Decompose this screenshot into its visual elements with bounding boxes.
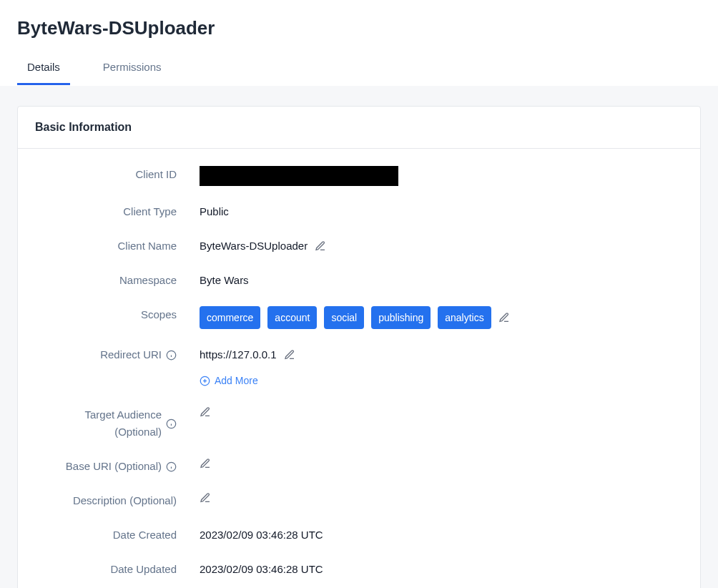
label-base-uri: Base URI (Optional) bbox=[35, 458, 200, 475]
pencil-icon[interactable] bbox=[200, 406, 211, 418]
label-date-updated: Date Updated bbox=[35, 561, 200, 578]
label-target-audience: Target Audience (Optional) bbox=[35, 406, 200, 441]
label-redirect-uri: Redirect URI bbox=[35, 346, 200, 363]
value-client-name: ByteWars-DSUploader bbox=[200, 237, 308, 255]
scope-tag: analytics bbox=[438, 306, 491, 329]
scope-tag: account bbox=[267, 306, 317, 329]
row-client-name: Client Name ByteWars-DSUploader bbox=[35, 237, 683, 255]
info-icon[interactable] bbox=[166, 461, 177, 472]
scope-tag: publishing bbox=[371, 306, 431, 329]
row-scopes: Scopes commerceaccountsocialpublishingan… bbox=[35, 306, 683, 329]
label-description: Description (Optional) bbox=[35, 492, 200, 509]
tab-permissions[interactable]: Permissions bbox=[93, 51, 172, 85]
page-title: ByteWars-DSUploader bbox=[0, 0, 718, 51]
info-icon[interactable] bbox=[166, 350, 177, 361]
add-more-button[interactable]: Add More bbox=[200, 372, 258, 389]
label-client-type: Client Type bbox=[35, 203, 200, 220]
scope-tag: social bbox=[324, 306, 364, 329]
row-date-updated: Date Updated 2023/02/09 03:46:28 UTC bbox=[35, 561, 683, 578]
value-client-type: Public bbox=[200, 203, 229, 220]
tab-details[interactable]: Details bbox=[17, 51, 70, 85]
card-body: Client ID Client Type Public Client Name… bbox=[18, 149, 700, 588]
plus-circle-icon bbox=[200, 376, 210, 386]
value-redirect-uri: https://127.0.0.1 bbox=[200, 346, 277, 363]
pencil-icon[interactable] bbox=[498, 312, 510, 323]
tabs: Details Permissions bbox=[0, 51, 718, 86]
card-basic-info: Basic Information Client ID Client Type … bbox=[17, 106, 701, 588]
label-client-id: Client ID bbox=[35, 166, 200, 183]
row-client-id: Client ID bbox=[35, 166, 683, 186]
row-redirect-uri: Redirect URI https://127.0.0.1 Add More bbox=[35, 346, 683, 389]
value-date-created: 2023/02/09 03:46:28 UTC bbox=[200, 526, 323, 544]
card-title: Basic Information bbox=[18, 107, 700, 149]
pencil-icon[interactable] bbox=[315, 240, 326, 252]
row-client-type: Client Type Public bbox=[35, 203, 683, 220]
label-date-created: Date Created bbox=[35, 526, 200, 544]
scope-tag: commerce bbox=[200, 306, 260, 329]
row-namespace: Namespace Byte Wars bbox=[35, 272, 683, 289]
pencil-icon[interactable] bbox=[200, 492, 211, 504]
value-date-updated: 2023/02/09 03:46:28 UTC bbox=[200, 561, 323, 578]
row-date-created: Date Created 2023/02/09 03:46:28 UTC bbox=[35, 526, 683, 544]
label-namespace: Namespace bbox=[35, 272, 200, 289]
content-wrap: Basic Information Client ID Client Type … bbox=[0, 86, 718, 588]
client-id-redacted bbox=[200, 166, 398, 186]
label-scopes: Scopes bbox=[35, 306, 200, 323]
label-client-name: Client Name bbox=[35, 237, 200, 255]
info-icon[interactable] bbox=[166, 418, 177, 429]
pencil-icon[interactable] bbox=[284, 349, 295, 361]
row-target-audience: Target Audience (Optional) bbox=[35, 406, 683, 441]
row-description: Description (Optional) bbox=[35, 492, 683, 509]
row-base-uri: Base URI (Optional) bbox=[35, 458, 683, 475]
pencil-icon[interactable] bbox=[200, 458, 211, 469]
value-namespace: Byte Wars bbox=[200, 272, 249, 289]
add-more-label: Add More bbox=[215, 372, 258, 389]
